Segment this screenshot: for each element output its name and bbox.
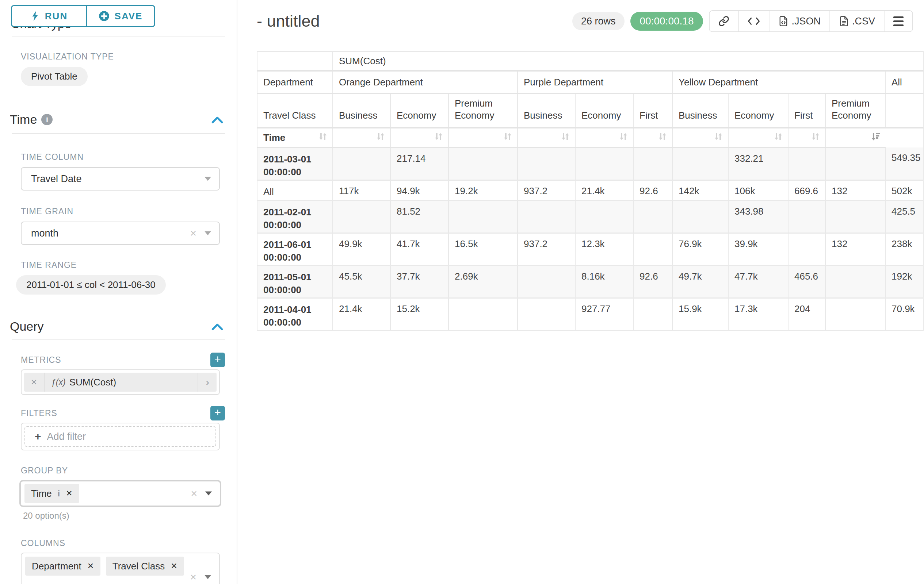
pivot-cell: 70.9k bbox=[885, 298, 923, 330]
sort-icon[interactable] bbox=[713, 131, 724, 145]
visualization-type-value[interactable]: Pivot Table bbox=[21, 67, 87, 86]
columns-token-travel-class[interactable]: Travel Class ✕ bbox=[106, 557, 184, 576]
pivot-cell bbox=[825, 298, 885, 330]
pivot-cell: 927.77 bbox=[575, 298, 633, 330]
export-csv-button[interactable]: .CSV bbox=[829, 11, 884, 31]
pivot-cell bbox=[575, 201, 633, 233]
embed-code-button[interactable] bbox=[738, 11, 769, 31]
token-remove-icon[interactable]: ✕ bbox=[87, 561, 94, 571]
pivot-cell: 117k bbox=[333, 180, 390, 201]
code-icon bbox=[747, 16, 760, 26]
pivot-row-header: 2011-02-01 00:00:00 bbox=[257, 201, 333, 233]
sort-icon[interactable] bbox=[375, 131, 386, 145]
pivot-column-group-header: Orange Department bbox=[333, 71, 518, 94]
caret-down-icon bbox=[205, 492, 212, 496]
plus-icon: + bbox=[35, 430, 41, 443]
columns-token-department[interactable]: Department ✕ bbox=[25, 557, 101, 576]
pivot-cell bbox=[518, 148, 575, 180]
metric-name: SUM(Cost) bbox=[69, 377, 117, 388]
sort-icon[interactable] bbox=[657, 131, 668, 145]
pivot-sort-cell[interactable] bbox=[788, 128, 825, 148]
pivot-column-header: First bbox=[788, 94, 825, 128]
pivot-sort-cell[interactable] bbox=[825, 128, 885, 148]
sort-icon[interactable] bbox=[317, 131, 329, 145]
pivot-sort-cell[interactable] bbox=[333, 128, 390, 148]
chart-title[interactable]: - untitled bbox=[257, 12, 320, 31]
sort-icon[interactable] bbox=[559, 131, 571, 145]
pivot-sort-cell[interactable] bbox=[672, 128, 728, 148]
pivot-sort-cell[interactable] bbox=[728, 128, 788, 148]
sort-icon[interactable] bbox=[810, 131, 822, 145]
time-grain-select[interactable]: month × bbox=[21, 222, 220, 245]
pivot-cell: 15.9k bbox=[672, 298, 728, 330]
pivot-cell bbox=[825, 201, 885, 233]
time-range-label: TIME RANGE bbox=[21, 260, 237, 270]
remove-metric-icon[interactable]: × bbox=[24, 373, 45, 392]
pivot-row: 2011-06-01 00:00:0049.9k41.7k16.5k937.21… bbox=[257, 233, 923, 265]
add-metric-button[interactable]: + bbox=[210, 353, 225, 367]
pivot-table: SUM(Cost)DepartmentOrange DepartmentPurp… bbox=[257, 51, 924, 331]
run-button[interactable]: RUN bbox=[12, 6, 87, 26]
pivot-sort-cell[interactable] bbox=[518, 128, 575, 148]
pivot-cell bbox=[518, 298, 575, 330]
pivot-cell: 238k bbox=[885, 233, 923, 265]
add-filter-button[interactable]: + bbox=[210, 406, 225, 421]
query-section-title: Query bbox=[10, 319, 44, 334]
time-grain-label: TIME GRAIN bbox=[21, 207, 237, 216]
copy-link-button[interactable] bbox=[710, 11, 738, 31]
run-button-label: RUN bbox=[45, 11, 68, 22]
add-filter-dropzone[interactable]: + Add filter bbox=[25, 426, 216, 447]
more-options-button[interactable] bbox=[884, 11, 912, 31]
pivot-column-header: Economy bbox=[575, 94, 633, 128]
run-save-button-group: RUN SAVE bbox=[11, 5, 155, 27]
clear-icon[interactable]: × bbox=[191, 487, 197, 500]
pivot-sort-cell[interactable] bbox=[633, 128, 672, 148]
chevron-right-icon[interactable]: › bbox=[198, 373, 216, 392]
pivot-sort-cell[interactable] bbox=[390, 128, 449, 148]
pivot-sort-cell[interactable] bbox=[575, 128, 633, 148]
time-range-value[interactable]: 2011-01-01 ≤ col < 2011-06-30 bbox=[16, 275, 166, 294]
pivot-cell bbox=[825, 148, 885, 180]
pivot-cell bbox=[825, 265, 885, 298]
clear-icon[interactable]: × bbox=[190, 227, 196, 239]
pivot-cell bbox=[518, 265, 575, 298]
section-divider bbox=[12, 36, 225, 37]
info-circle-icon: i bbox=[41, 114, 53, 125]
time-section-title: Time bbox=[10, 112, 37, 127]
pivot-sort-row-header[interactable]: Time bbox=[257, 128, 333, 148]
chevron-up-icon[interactable] bbox=[211, 115, 223, 124]
sort-icon[interactable] bbox=[772, 131, 784, 145]
pivot-cell bbox=[518, 201, 575, 233]
pivot-cell: 47.7k bbox=[728, 265, 788, 298]
export-json-button[interactable]: .JSON bbox=[769, 11, 829, 31]
hamburger-menu-icon bbox=[893, 16, 904, 26]
section-divider bbox=[12, 339, 225, 340]
sort-icon[interactable] bbox=[433, 131, 444, 145]
token-info-icon: i bbox=[58, 489, 60, 498]
group-by-select[interactable]: Time i ✕ × bbox=[19, 480, 221, 507]
pivot-row-header: 2011-05-01 00:00:00 bbox=[257, 265, 333, 298]
save-button[interactable]: SAVE bbox=[87, 6, 154, 26]
time-grain-value: month bbox=[31, 228, 58, 239]
pivot-table-container: SUM(Cost)DepartmentOrange DepartmentPurp… bbox=[257, 51, 924, 331]
time-column-select[interactable]: Travel Date bbox=[21, 167, 220, 191]
pivot-cell bbox=[672, 148, 728, 180]
token-remove-icon[interactable]: ✕ bbox=[170, 561, 177, 571]
sort-descending-active-icon[interactable] bbox=[869, 131, 882, 145]
group-by-options-hint: 20 option(s) bbox=[23, 511, 237, 521]
pivot-cell: 425.5 bbox=[885, 201, 923, 233]
sort-icon[interactable] bbox=[502, 131, 513, 145]
pivot-column-group-header: Yellow Department bbox=[672, 71, 885, 94]
pivot-cell: 2.69k bbox=[449, 265, 518, 298]
sort-icon[interactable] bbox=[617, 131, 629, 145]
columns-select[interactable]: Department ✕ Travel Class ✕ × bbox=[21, 553, 220, 584]
chevron-up-icon[interactable] bbox=[211, 322, 223, 331]
token-remove-icon[interactable]: ✕ bbox=[66, 489, 72, 498]
pivot-sort-cell[interactable] bbox=[449, 128, 518, 148]
metric-pill[interactable]: × ƒ(x) SUM(Cost) › bbox=[24, 373, 216, 392]
group-by-token-time[interactable]: Time i ✕ bbox=[25, 484, 79, 503]
pivot-cell: 502k bbox=[885, 180, 923, 201]
pivot-cell: 106k bbox=[728, 180, 788, 201]
clear-icon[interactable]: × bbox=[190, 571, 196, 583]
pivot-cell bbox=[788, 148, 825, 180]
